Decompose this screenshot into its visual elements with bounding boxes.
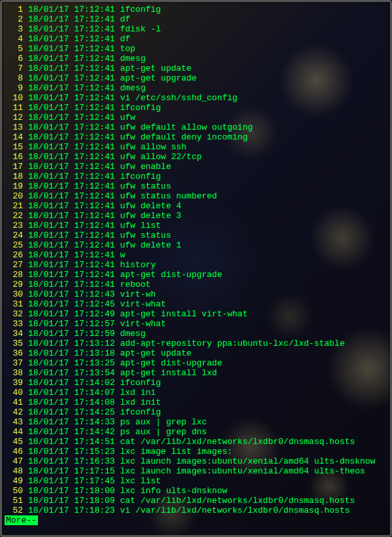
history-line: 3518/01/1717:13:12add-apt-repository ppa… [5,339,390,348]
line-time: 17:13:12 [74,339,115,348]
line-time: 17:17:15 [74,466,115,476]
line-number: 3 [5,24,23,34]
line-command: dmesg [120,54,145,64]
line-time: 17:12:59 [74,329,115,339]
line-time: 17:12:41 [74,270,115,280]
line-command: apt-get update [120,64,191,73]
line-date: 18/01/17 [28,329,69,339]
line-command: apt-get dist-upgrade [120,358,222,368]
line-time: 17:14:25 [74,407,115,417]
line-command: virt-wh [120,289,156,299]
line-date: 18/01/17 [28,466,69,476]
history-line: 1518/01/1717:12:41ufw allow ssh [5,142,390,152]
line-time: 17:12:41 [74,113,115,122]
line-command: ufw enable [120,162,171,172]
line-time: 17:12:41 [74,181,115,191]
line-time: 17:12:57 [74,319,115,329]
line-command: ifconfig [120,407,160,417]
line-number: 2 [5,14,23,24]
line-command: dmesg [120,83,145,93]
line-number: 50 [5,486,23,496]
history-line: 1218/01/1717:12:41ufw [5,113,390,122]
line-number: 1 [5,5,23,14]
history-line: 218/01/1717:12:41df [5,14,390,24]
line-date: 18/01/17 [28,358,69,368]
line-time: 17:12:41 [74,132,115,142]
line-number: 42 [5,407,23,417]
history-line: 4218/01/1717:14:25ifconfig [5,407,390,417]
history-line: 4518/01/1717:14:51cat /var/lib/lxd/netwo… [5,437,390,447]
history-line: 1318/01/1717:12:41ufw default allow outg… [5,122,390,132]
line-date: 18/01/17 [28,162,69,172]
line-number: 35 [5,339,23,348]
line-time: 17:12:41 [74,73,115,83]
more-prompt[interactable]: More-- [5,515,38,525]
line-time: 17:12:41 [74,172,115,181]
line-number: 40 [5,388,23,398]
line-time: 17:14:42 [74,427,115,437]
line-time: 17:14:33 [74,417,115,427]
history-line: 4918/01/1717:17:45lxc list [5,476,390,486]
line-time: 17:12:41 [74,83,115,93]
line-command: ufw default deny incoming [120,132,247,142]
line-number: 41 [5,398,23,407]
history-line: 518/01/1717:12:41top [5,44,390,54]
line-number: 19 [5,181,23,191]
line-number: 47 [5,456,23,466]
history-line: 4818/01/1717:17:15lxc launch images:ubun… [5,466,390,476]
line-command: lxc launch images:ubuntu/xenial/amd64 ul… [120,456,375,466]
history-line: 2118/01/1717:12:41ufw delete 4 [5,201,390,211]
line-time: 17:12:41 [74,24,115,34]
line-date: 18/01/17 [28,231,69,240]
line-time: 17:14:02 [74,378,115,388]
line-date: 18/01/17 [28,142,69,152]
line-number: 46 [5,447,23,456]
line-command: lxd ini [120,388,156,398]
line-command: virt-what [120,299,166,309]
line-number: 23 [5,221,23,231]
line-number: 9 [5,83,23,93]
line-command: ps aux | grep dns [120,427,207,437]
line-command: ufw delete 1 [120,240,181,250]
line-time: 17:12:41 [74,142,115,152]
history-line: 3118/01/1717:12:45virt-what [5,299,390,309]
history-line: 5018/01/1717:18:00lxc info ults-dnsknow [5,486,390,496]
line-date: 18/01/17 [28,221,69,231]
line-command: lxc list [120,476,160,486]
line-date: 18/01/17 [28,191,69,201]
line-time: 17:14:08 [74,398,115,407]
line-time: 17:12:41 [74,260,115,270]
line-time: 17:14:07 [74,388,115,398]
line-date: 18/01/17 [28,309,69,319]
line-date: 18/01/17 [28,201,69,211]
line-command: ifconfig [120,103,160,113]
history-line: 5118/01/1717:18:09cat /var/lib/lxd/netwo… [5,496,390,506]
line-date: 18/01/17 [28,289,69,299]
history-line: 3918/01/1717:14:02ifconfig [5,378,390,388]
line-number: 26 [5,250,23,260]
line-command: lxd init [120,398,160,407]
line-number: 4 [5,34,23,44]
line-time: 17:12:41 [74,5,115,14]
line-command: ufw allow 22/tcp [120,152,202,162]
terminal-output[interactable]: 118/01/1717:12:41ifconfig218/01/1717:12:… [2,2,390,525]
history-line: 2418/01/1717:12:41ufw status [5,231,390,240]
line-time: 17:12:41 [74,64,115,73]
line-command: df [120,14,130,24]
history-line: 2018/01/1717:12:41ufw status numbered [5,191,390,201]
line-date: 18/01/17 [28,476,69,486]
line-command: apt-get update [120,348,191,358]
history-line: 1618/01/1717:12:41ufw allow 22/tcp [5,152,390,162]
line-number: 6 [5,54,23,64]
line-time: 17:12:41 [74,221,115,231]
line-command: df [120,34,130,44]
line-date: 18/01/17 [28,122,69,132]
history-line: 3618/01/1717:13:18apt-get update [5,348,390,358]
line-number: 37 [5,358,23,368]
line-number: 25 [5,240,23,250]
history-line: 4318/01/1717:14:33ps aux | grep lxc [5,417,390,427]
line-number: 29 [5,280,23,289]
line-command: reboot [120,280,151,289]
line-time: 17:12:41 [74,122,115,132]
line-command: apt-get upgrade [120,73,196,83]
